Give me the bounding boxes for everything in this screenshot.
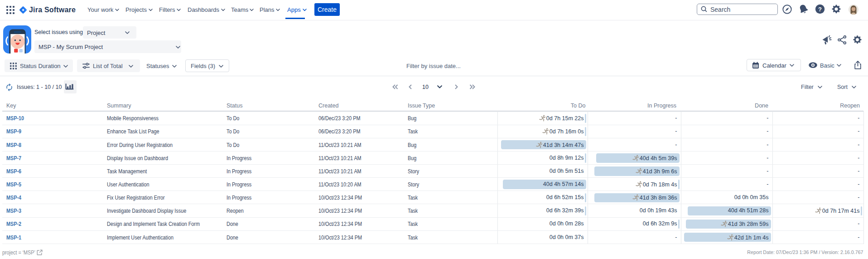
svg-text:?: ? <box>818 6 822 13</box>
